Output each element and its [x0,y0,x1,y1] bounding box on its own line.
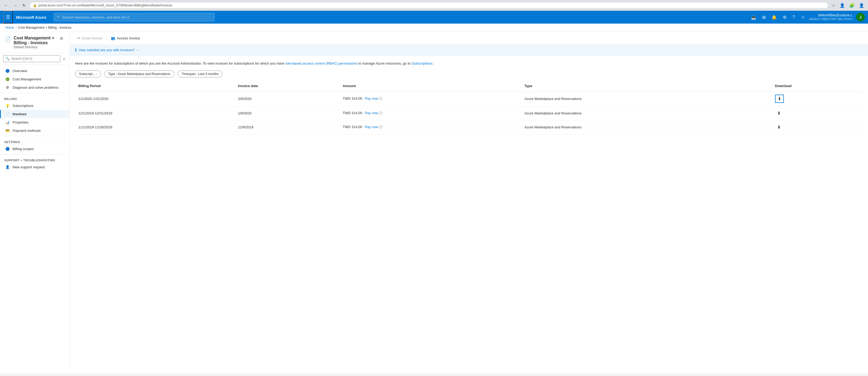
profile-icon[interactable]: 👤 [839,2,846,9]
settings-icon[interactable]: ⚙ [781,13,789,22]
desc-text-1: Here are the invoices for subscriptions … [75,61,284,65]
pay-now-link[interactable]: Pay now [365,96,378,100]
close-button[interactable]: ✕ [58,34,65,43]
sidebar-item-label: Payment methods [12,128,41,133]
email-icon: ✉ [77,36,80,40]
cell-amount: TWD 314.00 Pay now ⓘ [339,120,521,134]
sidebar: 📄 Cost Management + Billing - Invoices D… [0,32,70,374]
extension-icon[interactable]: 🧩 [848,2,856,9]
hamburger-button[interactable]: ☰ [3,11,13,24]
content-body: Here are the invoices for subscriptions … [70,56,868,140]
cell-billing-period: 12/1/2019-12/31/2019 [75,106,235,120]
sidebar-item-new-support[interactable]: 👤 New support request [0,163,69,171]
breadcrumb-home[interactable]: Home [5,26,14,29]
satisfaction-link[interactable]: How satisfied are you with invoices? → [79,48,139,52]
cell-download: ⬇ [772,120,863,134]
directory-icon[interactable]: ⊞ [760,13,768,22]
cell-invoice-date: 2/9/2020 [235,91,339,106]
sidebar-subtitle: Default Directory [14,45,59,49]
sidebar-item-overview[interactable]: 🔵 Overview [0,67,69,75]
arrow-icon: → [135,48,139,52]
sidebar-search-icon: 🔍 [6,57,10,61]
sidebar-item-label: Properties [12,120,28,124]
azure-nav-icons: ️💻 ⊞ 🔔 ⚙ ? ☺ billtest456tw@outlook.c... … [749,13,865,22]
back-button[interactable]: ← [3,2,10,8]
sidebar-search-input[interactable] [11,57,58,61]
th-amount: Amount [339,82,521,91]
diagnose-icon: ⚙ [5,86,10,89]
feedback-icon[interactable]: ☺ [799,13,807,21]
access-invoice-button[interactable]: 👥 Access Invoice [109,35,142,42]
support-icon: 👤 [5,165,10,169]
subscriptions-icon: 💡 [5,104,10,108]
th-download: Download [772,82,863,91]
divider [0,136,69,136]
help-icon[interactable]: ? [790,13,797,21]
cell-billing-period: 1/1/2020-1/31/2020 [75,91,235,106]
notifications-icon[interactable]: 🔔 [769,13,779,22]
overview-icon: 🔵 [5,69,10,73]
th-type: Type [521,82,772,91]
filter-timespan[interactable]: Timespan : Last 3 months [178,70,223,78]
download-button[interactable]: ⬇ [775,95,784,103]
info-banner: ℹ How satisfied are you with invoices? → [70,45,868,56]
content-description: Here are the invoices for subscriptions … [75,61,863,66]
sidebar-item-cost-management[interactable]: 🟢 Cost Management [0,75,69,83]
sidebar-item-payment-methods[interactable]: 💳 Payment methods [0,126,69,135]
sidebar-search-area: 🔍 « [0,53,69,65]
download-button[interactable]: ⬇ [775,123,783,131]
cell-amount: TWD 314.00 Pay now ⓘ [339,91,521,106]
sidebar-item-label: Billing scopes [12,147,34,151]
sidebar-search-container[interactable]: 🔍 [3,55,60,62]
sidebar-item-diagnose[interactable]: ⚙ Diagnose and solve problems [0,83,69,92]
billing-section-label: Billing [0,94,69,102]
sidebar-item-label: Subscriptions [12,104,33,108]
browser-bar: ← → ↻ 🔒 portal.azure.com/?l=en.en-us#bla… [0,0,868,11]
cell-type: Azure Marketplace and Reservations [521,91,772,106]
cell-download: ⬇ [772,91,863,106]
cell-type: Azure Marketplace and Reservations [521,120,772,134]
azure-search-bar[interactable]: 🔍 [54,13,215,22]
email-invoice-label: Email Invoice [82,36,102,40]
sidebar-item-properties[interactable]: 📊 Properties [0,118,69,126]
billing-icon: 📄 [4,36,11,42]
info-circle-icon: ⓘ [379,125,382,129]
subscriptions-link[interactable]: Subscriptions. [411,61,433,65]
avatar[interactable]: J [856,13,865,22]
cell-invoice-date: 1/9/2020 [235,106,339,120]
forward-button[interactable]: → [12,2,19,8]
invoice-table: Billing Period Invoice date Amount Type … [75,82,863,134]
refresh-button[interactable]: ↻ [21,2,27,8]
divider [0,93,69,93]
th-billing-period: Billing Period [75,82,235,91]
sidebar-item-label: Diagnose and solve problems [12,86,58,89]
address-bar[interactable]: 🔒 portal.azure.com/?l=en.en-us#blade/Mic… [29,2,828,8]
rbac-link[interactable]: role-based access control (RBAC) permiss… [285,61,358,65]
pay-now-link[interactable]: Pay now [365,125,378,129]
url-text: portal.azure.com/?l=en.en-us#blade/Micro… [38,3,172,7]
sidebar-item-billing-scopes[interactable]: 🔵 Billing scopes [0,145,69,153]
azure-logo: Microsoft Azure [16,15,46,20]
amount-value: TWD 314.00 [343,96,362,100]
collapse-button[interactable]: « [62,56,66,62]
filter-subscription[interactable]: Subscript... : [75,70,101,78]
sidebar-item-subscriptions[interactable]: 💡 Subscriptions [0,102,69,110]
account-icon[interactable]: 👤 [858,2,865,9]
access-invoice-label: Access Invoice [117,36,140,40]
main-layout: 📄 Cost Management + Billing - Invoices D… [0,32,868,374]
cloud-shell-icon[interactable]: ️💻 [749,13,758,22]
filter-type[interactable]: Type : Azure Marketplace and Reservation… [104,70,175,78]
desc-text-2: to manage Azure resources, go to [359,61,411,65]
pay-now-link[interactable]: Pay now [365,111,378,115]
bookmark-icon[interactable]: ☆ [831,2,836,9]
search-input[interactable] [62,15,212,19]
divider [0,154,69,154]
sidebar-navigation: 🔵 Overview 🟢 Cost Management ⚙ Diagnose … [0,65,69,374]
download-button[interactable]: ⬇ [775,110,783,117]
sidebar-item-invoices[interactable]: 📄 Invoices [0,110,69,118]
th-invoice-date: Invoice date [235,82,339,91]
billing-scopes-icon: 🔵 [5,147,10,151]
email-invoice-button[interactable]: ✉ Email Invoice [75,35,104,42]
cost-management-icon: 🟢 [5,77,10,81]
sidebar-item-label: Invoices [12,112,27,116]
